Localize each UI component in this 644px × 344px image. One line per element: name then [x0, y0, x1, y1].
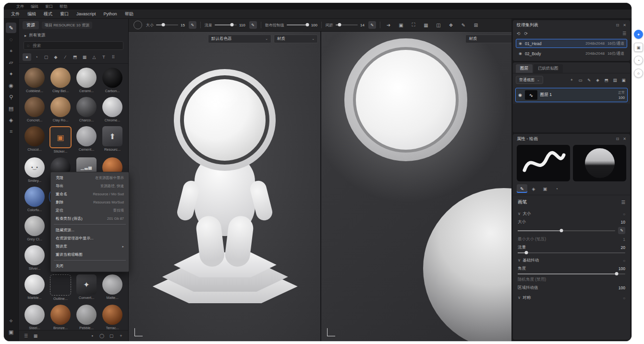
asset-search[interactable]: ◌ [24, 41, 123, 50]
context-menu-item[interactable]: 重命名Resource / Mo·Sud [51, 190, 129, 198]
titlebar-item[interactable]: 编辑 [31, 4, 38, 9]
picker-tool[interactable]: ⚲ [6, 92, 16, 102]
material-item[interactable]: Cement... [74, 126, 98, 154]
section-menu-icon[interactable]: ☰ [621, 200, 625, 205]
material-item[interactable]: ⬆Resourc... [100, 126, 124, 154]
property-value[interactable]: 10 [621, 220, 625, 225]
plugins-icon[interactable]: ⟡ [6, 315, 16, 326]
add-resource-icon[interactable]: + [118, 333, 124, 338]
slider-knob[interactable] [615, 272, 619, 275]
titlebar-item[interactable]: 帮助 [60, 4, 67, 9]
minimize-icon[interactable]: ⊡ [616, 137, 620, 141]
polygon-fill-tool[interactable]: ▱ [6, 57, 16, 68]
stamp-icon[interactable]: ▣ [397, 21, 405, 29]
context-menu-item[interactable]: 导出资源路径, 快速 [51, 182, 129, 190]
slider-knob[interactable] [230, 23, 233, 26]
material-item[interactable]: ▣Sticker... [49, 126, 73, 154]
property-slider[interactable]: ✎ [518, 227, 625, 234]
context-menu-item[interactable]: 关闭 [51, 262, 129, 270]
property-value[interactable]: 100 [619, 285, 625, 290]
viewport-2d[interactable]: 材质⌄ [321, 32, 511, 341]
layers-tab[interactable]: 已烘焙贴图 [534, 64, 563, 73]
texture-set-row[interactable]: ◉02_Body2048x204816位/通道 [516, 49, 627, 58]
layers-tab[interactable]: 图层 [516, 64, 533, 73]
symmetry-icon[interactable]: ❖ [447, 21, 455, 29]
property-group-header[interactable]: ∨对称○ [518, 292, 625, 302]
material-item[interactable]: Terrac... [100, 305, 124, 330]
material-item[interactable]: Steel... [23, 305, 47, 330]
reset-icon[interactable]: ○ [623, 296, 625, 300]
character-model[interactable] [153, 69, 297, 304]
add-mask-icon[interactable]: ⬒ [603, 76, 610, 83]
menu-item[interactable]: 帮助 [122, 10, 137, 18]
add-fill-layer-icon[interactable]: ▭ [577, 76, 584, 83]
eraser-tool[interactable]: ◌ [6, 34, 16, 45]
slider-knob[interactable] [161, 23, 165, 26]
grid-view-icon[interactable]: ▦ [32, 333, 39, 338]
menu-item[interactable]: 模式 [40, 10, 56, 18]
add-paint-layer-icon[interactable]: ✎ [585, 76, 593, 83]
context-menu-item[interactable]: 克隆在资源面板中显示 [51, 174, 129, 182]
filter-materials[interactable]: ◔ [32, 53, 41, 61]
lazy-mouse-icon[interactable]: ✎ [459, 21, 468, 29]
property-slider[interactable] [518, 252, 625, 253]
filter-alphas[interactable]: ⬒ [71, 53, 79, 61]
viewport-3d[interactable]: 默认着色器⌄ 材质⌄ [129, 32, 320, 341]
edit-value-button[interactable]: ✎ [189, 21, 196, 29]
context-menu-item[interactable]: 检查类别 (筛选)201 Gb 87 [51, 214, 129, 223]
material-item[interactable]: Concret... [23, 97, 47, 122]
reimport-icon[interactable]: ⟳ [524, 31, 528, 36]
context-menu-item[interactable]: 定位查找项 [51, 206, 129, 214]
titlebar-item[interactable]: 窗口 [45, 4, 53, 9]
menu-item[interactable]: 编辑 [24, 10, 39, 18]
slider-knob[interactable] [524, 251, 528, 254]
material-item[interactable]: Clay Ro... [49, 97, 73, 122]
channel-dropdown[interactable]: 材质⌄ [465, 35, 511, 43]
menu-item[interactable]: Python [100, 11, 121, 17]
material-item[interactable]: Chocol... [23, 126, 47, 154]
slider-knob[interactable] [560, 229, 563, 232]
material-item[interactable]: Grey Cl... [23, 216, 47, 241]
layer-view-dropdown[interactable]: 普通视图⌄ [516, 76, 543, 84]
material-item[interactable]: Cerami... [74, 68, 98, 93]
thumb-shape-icon[interactable]: ◯ [98, 333, 105, 338]
slider-knob[interactable] [306, 23, 309, 26]
filter-smart-materials[interactable]: ▢ [42, 53, 50, 61]
edit-value-button[interactable]: ✎ [368, 21, 376, 29]
delete-layer-icon[interactable]: ▣ [620, 76, 627, 83]
add-folder-icon[interactable]: ▤ [611, 76, 619, 83]
tab-brush[interactable]: ✎ [517, 184, 527, 193]
slider-track[interactable] [215, 24, 237, 25]
fill-tool[interactable]: ▤ [6, 103, 16, 114]
help-button[interactable]: ○ [634, 69, 643, 78]
menu-item[interactable]: 文件 [8, 10, 23, 18]
panels-button[interactable]: ▣ [634, 43, 643, 52]
close-icon[interactable]: ✕ [623, 23, 626, 27]
property-group-header[interactable]: ∨大小○ [518, 208, 625, 218]
material-item[interactable]: Chrome... [100, 97, 124, 122]
context-menu-item[interactable]: 预设库▸ [51, 242, 129, 250]
property-value[interactable]: 1 [623, 237, 625, 242]
snap-icon[interactable]: ⊞ [472, 21, 480, 29]
smudge-tool[interactable]: ✦ [6, 69, 16, 79]
filter-brushes[interactable]: ∕ [61, 53, 70, 61]
material-item[interactable]: Cobblest... [23, 68, 47, 93]
clone-tool[interactable]: ◉ [6, 80, 16, 91]
filter-all[interactable]: ● [23, 53, 31, 61]
grid-icon[interactable]: ▦ [422, 21, 430, 29]
slider-track[interactable] [336, 24, 358, 25]
minimize-icon[interactable]: ⊡ [616, 23, 620, 27]
context-menu-item[interactable]: 删除Resources Mo/Sud [51, 198, 129, 206]
property-slider[interactable] [518, 273, 625, 274]
menu-item[interactable]: 窗口 [57, 10, 72, 18]
material-preview[interactable] [573, 145, 626, 181]
material-item[interactable]: Silver... [23, 245, 47, 271]
filter-environments[interactable]: △ [90, 53, 98, 61]
display-mode-dropdown[interactable]: 材质⌄ [274, 35, 318, 43]
add-effect-icon[interactable]: ◈ [594, 76, 601, 83]
material-item[interactable]: Clay Bei... [49, 68, 73, 93]
add-projection-icon[interactable]: ⌖ [568, 76, 575, 83]
material-item[interactable]: Outline... [49, 274, 73, 301]
arrow-icon[interactable]: ➜ [384, 21, 393, 29]
shelf-icon[interactable]: ▣ [6, 327, 16, 337]
